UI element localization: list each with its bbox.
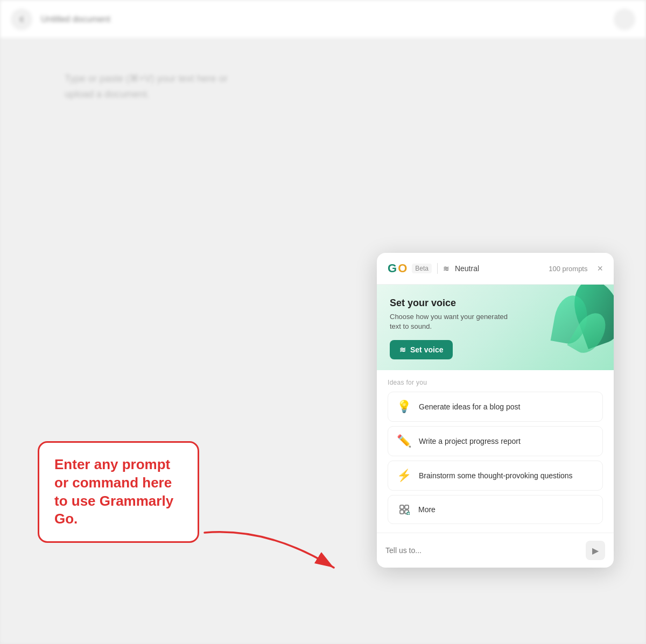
set-voice-button[interactable]: ≋ Set voice	[390, 340, 453, 359]
idea-emoji-lightning: ⚡	[397, 469, 411, 483]
svg-rect-0	[400, 505, 404, 509]
idea-text-brainstorm: Brainstorm some thought-provoking questi…	[419, 471, 573, 482]
logo-o: O	[398, 261, 406, 275]
more-label: More	[418, 505, 436, 514]
neutral-label: Neutral	[455, 264, 479, 273]
tooltip-arrow	[194, 522, 345, 576]
banner-decoration	[538, 285, 614, 370]
panel-header: GO Beta ≋ Neutral 100 prompts ×	[377, 253, 614, 285]
more-grid-icon	[397, 502, 412, 517]
header-divider	[437, 263, 438, 274]
user-avatar[interactable]	[614, 9, 635, 30]
prompts-count: 100 prompts	[549, 265, 587, 273]
tooltip-text: Enter any prompt or command here to use …	[54, 456, 173, 527]
ideas-label: Ideas for you	[388, 379, 603, 386]
voice-banner-description: Choose how you want your generated text …	[390, 312, 519, 331]
back-button[interactable]	[11, 9, 32, 30]
grammarly-go-panel: GO Beta ≋ Neutral 100 prompts × Set your…	[377, 253, 614, 568]
voice-btn-icon: ≋	[399, 345, 406, 354]
send-button[interactable]: ▶	[586, 541, 605, 560]
more-item[interactable]: More	[388, 495, 603, 524]
top-bar: Untitled document	[0, 0, 646, 39]
panel-input-area: ▶	[377, 533, 614, 568]
idea-emoji-bulb: 💡	[397, 400, 411, 414]
svg-rect-2	[400, 510, 404, 514]
idea-item-brainstorm[interactable]: ⚡ Brainstorm some thought-provoking ques…	[388, 461, 603, 491]
idea-text-progress-report: Write a project progress report	[419, 436, 521, 447]
editor-placeholder-line2: upload a document.	[65, 87, 581, 102]
document-title: Untitled document	[41, 15, 110, 24]
idea-emoji-pencil: ✏️	[397, 434, 411, 448]
voice-btn-label: Set voice	[410, 345, 443, 354]
svg-rect-1	[405, 505, 409, 509]
idea-item-blog-post[interactable]: 💡 Generate ideas for a blog post	[388, 392, 603, 422]
panel-logo: GO	[388, 261, 406, 275]
idea-item-progress-report[interactable]: ✏️ Write a project progress report	[388, 426, 603, 456]
voice-waveform-icon: ≋	[443, 264, 450, 273]
tell-us-input[interactable]	[385, 546, 580, 555]
logo-g: G	[388, 261, 396, 275]
tooltip-box: Enter any prompt or command here to use …	[38, 441, 199, 543]
send-icon: ▶	[592, 546, 599, 556]
close-button[interactable]: ×	[597, 263, 603, 274]
ideas-section: Ideas for you 💡 Generate ideas for a blo…	[377, 370, 614, 533]
voice-banner: Set your voice Choose how you want your …	[377, 285, 614, 370]
idea-text-blog-post: Generate ideas for a blog post	[419, 402, 520, 413]
beta-badge: Beta	[412, 264, 432, 273]
editor-placeholder-line1: Type or paste (⌘+V) your text here or	[65, 71, 581, 87]
